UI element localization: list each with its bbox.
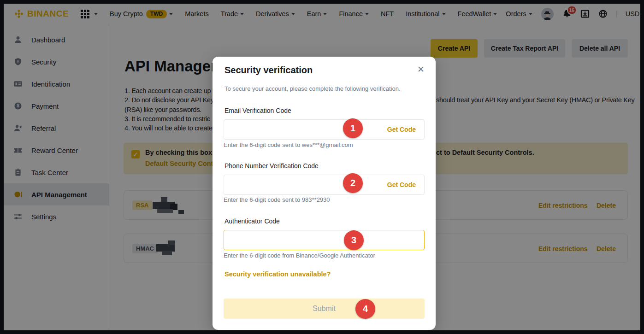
authenticator-code-input[interactable] <box>224 230 425 250</box>
app-viewport: BINANCE Buy Crypto TWD Markets Trade Der… <box>4 4 640 330</box>
security-verification-modal: Security verification ✕ To secure your a… <box>213 57 436 330</box>
email-code-hint: Enter the 6-digit code sent to wes***@gm… <box>224 141 353 148</box>
email-get-code-button[interactable]: Get Code <box>387 126 416 133</box>
submit-button[interactable]: Submit <box>224 299 425 319</box>
phone-code-label: Phone Number Verification Code <box>225 162 319 170</box>
screen-frame: BINANCE Buy Crypto TWD Markets Trade Der… <box>0 0 644 334</box>
phone-code-hint: Enter the 6-digit code sent to 983**2930 <box>224 196 330 203</box>
phone-code-input[interactable]: Get Code <box>224 175 425 195</box>
annotation-step-3: 3 <box>344 230 364 250</box>
phone-get-code-button[interactable]: Get Code <box>387 181 416 188</box>
authenticator-code-label: Authenticator Code <box>225 217 280 225</box>
email-code-input[interactable]: Get Code <box>224 119 425 140</box>
modal-title: Security verification <box>225 65 313 76</box>
modal-subtitle: To secure your account, please complete … <box>225 85 401 92</box>
annotation-step-1: 1 <box>343 118 363 138</box>
security-verification-unavailable-link[interactable]: Security verification unavailable? <box>225 270 331 278</box>
authenticator-code-hint: Enter the 6-digit code from Binance/Goog… <box>224 252 375 259</box>
close-icon[interactable]: ✕ <box>417 65 425 74</box>
annotation-step-4: 4 <box>355 299 375 319</box>
email-code-label: Email Verification Code <box>225 107 291 114</box>
annotation-step-2: 2 <box>343 173 363 193</box>
